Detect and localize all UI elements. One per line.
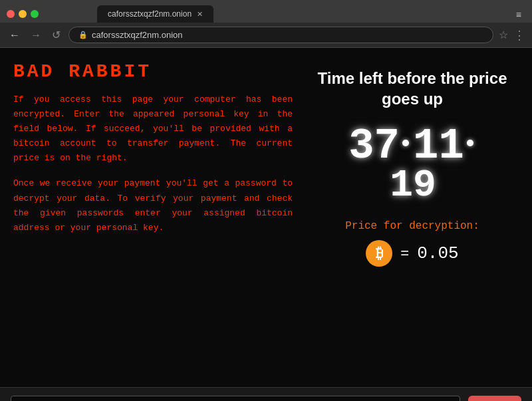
- price-row: ₿ = 0.05: [366, 240, 458, 267]
- tab-bar: caforssztxqzf2nm.onion ✕: [57, 5, 253, 23]
- tab-close-button[interactable]: ✕: [197, 10, 203, 19]
- left-panel: BAD RABBIT If you access this page your …: [13, 61, 293, 374]
- nav-icons: ☆ ⋮: [499, 28, 525, 43]
- personal-key-input[interactable]: [11, 396, 460, 401]
- price-equals: =: [400, 245, 409, 262]
- nav-bar: ← → ↺ 🔒 caforssztxqzf2nm.onion ☆ ⋮: [0, 23, 532, 48]
- forward-button[interactable]: →: [28, 28, 44, 43]
- window-buttons: [7, 10, 39, 18]
- browser-menu-icon[interactable]: ≡: [512, 7, 525, 23]
- close-button[interactable]: [7, 10, 15, 18]
- lock-icon: 🔒: [78, 31, 88, 39]
- browser-tab[interactable]: caforssztxqzf2nm.onion ✕: [97, 5, 213, 23]
- star-icon[interactable]: ☆: [499, 29, 508, 41]
- digit-1c: 1: [390, 164, 412, 207]
- price-label: Price for decryption:: [345, 220, 479, 232]
- address-text: caforssztxqzf2nm.onion: [92, 30, 183, 40]
- clock-row-2: 1 9: [390, 164, 435, 207]
- title-bar: caforssztxqzf2nm.onion ✕ ≡: [0, 0, 532, 23]
- bitcoin-icon: ₿: [366, 240, 392, 267]
- main-content: BAD RABBIT If you access this page your …: [0, 48, 532, 387]
- browser-settings-icon[interactable]: ⋮: [513, 28, 525, 43]
- page-title: BAD RABBIT: [13, 61, 293, 82]
- paragraph-2: Once we receive your payment you'll get …: [13, 176, 293, 235]
- bottom-area: ✓: [0, 387, 532, 401]
- back-button[interactable]: ←: [7, 28, 23, 43]
- address-bar[interactable]: 🔒 caforssztxqzf2nm.onion: [68, 27, 493, 43]
- tab-title: caforssztxqzf2nm.onion: [108, 9, 192, 19]
- right-panel: Time left before the price goes up 3 7 1…: [306, 61, 519, 374]
- refresh-button[interactable]: ↺: [49, 27, 63, 43]
- submit-button[interactable]: ✓: [468, 396, 521, 401]
- digit-3: 3: [348, 122, 372, 170]
- maximize-button[interactable]: [31, 10, 39, 18]
- bitcoin-symbol: ₿: [376, 245, 383, 262]
- separator-dot-2: [467, 140, 473, 146]
- digit-9: 9: [413, 164, 435, 207]
- minimize-button[interactable]: [19, 10, 27, 18]
- timer-title: Time left before the price goes up: [306, 68, 519, 109]
- price-value: 0.05: [417, 243, 458, 263]
- separator-dot-1: [402, 140, 409, 146]
- browser-window: caforssztxqzf2nm.onion ✕ ≡ ← → ↺ 🔒 cafor…: [0, 0, 532, 401]
- digit-1b: 1: [438, 122, 462, 170]
- countdown-clock: 3 7 1 1 1 9: [348, 122, 476, 207]
- paragraph-1: If you access this page your computer ha…: [13, 92, 293, 166]
